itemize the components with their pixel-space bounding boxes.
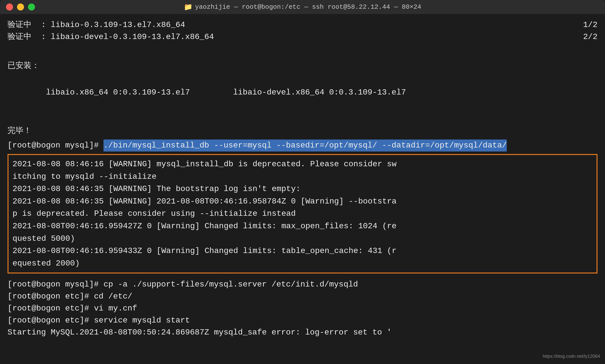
bottom-line: [root@bogon etc]# cd /etc/ — [8, 290, 598, 302]
verify-num-2: 2/2 — [583, 31, 598, 43]
verify-num-1: 1/2 — [583, 19, 598, 31]
bottom-commands: [root@bogon mysql]# cp -a ./support-file… — [8, 278, 598, 338]
highlighted-command: ./bin/mysql_install_db --user=mysql --ba… — [104, 140, 507, 152]
verify-value-2: libaio-devel-0.3.109-13.el7.x86_64 — [46, 31, 214, 43]
verify-colon-1: : — [32, 19, 46, 31]
warning-box: 2021-08-08 08:46:16 [WARNING] mysql_inst… — [8, 154, 598, 274]
bottom-line: [root@bogon etc]# service mysqld start — [8, 314, 598, 326]
bottom-line: Starting MySQL.2021-08-08T00:50:24.86968… — [8, 326, 598, 338]
verify-colon-2: : — [32, 31, 46, 43]
installed-packages: libaio.x86_64 0:0.3.109-13.el7 libaio-de… — [8, 74, 598, 110]
prompt-prefix: [root@bogon mysql]# — [8, 140, 104, 152]
traffic-lights — [6, 4, 35, 10]
verify-line-1: 验证中 : libaio-0.3.109-13.el7.x86_64 1/2 — [8, 19, 598, 31]
bottom-line: [root@bogon mysql]# cp -a ./support-file… — [8, 278, 598, 290]
warning-text: 2021-08-08 08:46:16 [WARNING] mysql_inst… — [12, 158, 592, 270]
title-text: yaozhijie — root@bogon:/etc — ssh root@5… — [195, 3, 421, 11]
minimize-button[interactable] — [17, 4, 24, 10]
watermark: https://blog.csdn.net/ly12064 — [543, 354, 600, 359]
titlebar: 📁 yaozhijie — root@bogon:/etc — ssh root… — [0, 0, 605, 14]
terminal-window: 📁 yaozhijie — root@bogon:/etc — ssh root… — [0, 0, 605, 364]
verify-label-1: 验证中 — [8, 19, 32, 31]
verify-label-2: 验证中 — [8, 31, 32, 43]
maximize-button[interactable] — [28, 4, 35, 10]
done-line: 完毕！ — [8, 125, 598, 137]
terminal-body[interactable]: 验证中 : libaio-0.3.109-13.el7.x86_64 1/2 验… — [0, 14, 605, 364]
installed-header: 已安装： — [8, 60, 598, 72]
verify-value-1: libaio-0.3.109-13.el7.x86_64 — [46, 19, 185, 31]
command-line: [root@bogon mysql]# ./bin/mysql_install_… — [8, 140, 598, 152]
close-button[interactable] — [6, 4, 13, 10]
window-title: 📁 yaozhijie — root@bogon:/etc — ssh root… — [184, 3, 421, 11]
verify-line-2: 验证中 : libaio-devel-0.3.109-13.el7.x86_64… — [8, 31, 598, 43]
bottom-line: [root@bogon etc]# vi my.cnf — [8, 302, 598, 314]
folder-icon: 📁 — [184, 3, 192, 11]
